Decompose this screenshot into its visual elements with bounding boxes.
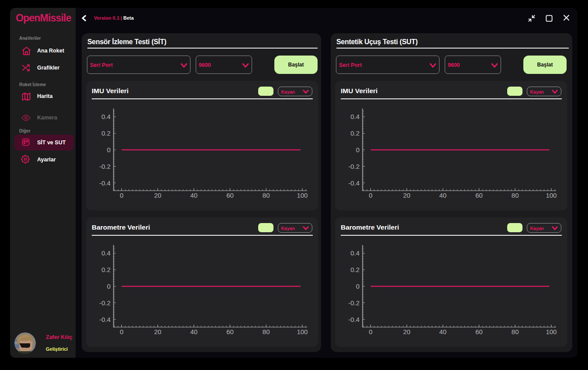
svg-text:0.4: 0.4: [350, 249, 360, 257]
svg-text:20: 20: [154, 328, 162, 335]
svg-text:-0.4: -0.4: [99, 316, 111, 323]
svg-text:0.4: 0.4: [101, 113, 111, 120]
svg-text:0: 0: [369, 328, 372, 335]
svg-text:100: 100: [297, 192, 308, 199]
svg-text:40: 40: [190, 328, 197, 335]
svg-text:0: 0: [107, 283, 111, 290]
svg-text:100: 100: [297, 328, 308, 335]
svg-text:0: 0: [120, 328, 123, 335]
svg-text:100: 100: [546, 192, 557, 199]
svg-text:20: 20: [154, 192, 162, 199]
svg-text:60: 60: [226, 192, 234, 199]
svg-text:80: 80: [512, 328, 519, 335]
svg-text:20: 20: [403, 328, 411, 335]
svg-text:-0.2: -0.2: [99, 163, 111, 170]
svg-text:0.4: 0.4: [101, 249, 111, 257]
svg-text:60: 60: [475, 328, 483, 335]
svg-text:60: 60: [226, 328, 234, 335]
svg-text:80: 80: [512, 192, 519, 199]
svg-text:0.2: 0.2: [350, 129, 360, 137]
svg-text:0.2: 0.2: [101, 129, 111, 137]
svg-text:0: 0: [107, 146, 111, 154]
svg-text:100: 100: [546, 328, 557, 335]
svg-text:0: 0: [120, 192, 123, 199]
svg-text:0.2: 0.2: [350, 266, 360, 273]
svg-text:40: 40: [190, 192, 197, 199]
svg-text:-0.2: -0.2: [348, 299, 360, 307]
svg-text:0: 0: [356, 283, 360, 290]
svg-text:80: 80: [263, 192, 270, 199]
svg-text:-0.4: -0.4: [99, 179, 111, 187]
svg-text:0.2: 0.2: [101, 266, 111, 273]
svg-text:0: 0: [356, 146, 360, 154]
svg-text:40: 40: [439, 192, 446, 199]
svg-text:-0.4: -0.4: [348, 316, 360, 323]
svg-text:-0.2: -0.2: [99, 299, 111, 307]
svg-text:40: 40: [439, 328, 446, 335]
svg-text:20: 20: [403, 192, 411, 199]
svg-text:0.4: 0.4: [350, 113, 360, 120]
svg-text:-0.4: -0.4: [348, 179, 360, 187]
svg-text:60: 60: [475, 192, 483, 199]
svg-text:80: 80: [263, 328, 270, 335]
svg-text:-0.2: -0.2: [348, 163, 360, 170]
svg-text:0: 0: [369, 192, 372, 199]
